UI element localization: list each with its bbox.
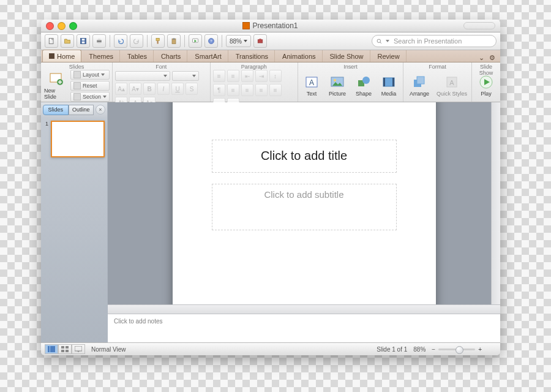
insert-text-button[interactable]: A Text (301, 71, 323, 100)
open-button[interactable] (61, 34, 74, 48)
chevron-down-icon (244, 40, 247, 42)
chevron-down-icon (163, 75, 167, 77)
align-center-button[interactable]: ≡ (241, 84, 253, 96)
section-button[interactable]: Section (70, 92, 110, 102)
close-panel-button[interactable]: × (96, 105, 105, 115)
tab-slideshow[interactable]: Slide Show (324, 50, 370, 62)
gear-icon[interactable]: ⚙ (489, 54, 495, 62)
strike-button[interactable]: S (186, 83, 198, 95)
print-button[interactable] (92, 34, 106, 48)
sorter-view-button[interactable] (58, 344, 72, 354)
sidebar-tab-outline[interactable]: Outline (69, 105, 94, 115)
clipboard-icon[interactable] (167, 34, 181, 48)
slide[interactable]: Click to add title Click to add subtitle (173, 102, 436, 314)
label: Shape (356, 91, 372, 97)
svg-rect-37 (66, 346, 69, 349)
svg-rect-0 (49, 39, 53, 44)
search-icon (376, 38, 383, 45)
slide-thumbnail[interactable] (51, 121, 105, 157)
tab-animations[interactable]: Animations (276, 50, 322, 62)
play-button[interactable]: Play (474, 71, 498, 100)
slide-counter: Slide 1 of 1 (377, 346, 407, 353)
align-left-button[interactable]: ≡ (227, 84, 239, 96)
indent-right-button[interactable]: ⇥ (255, 70, 268, 82)
separator (147, 35, 148, 47)
redo-button[interactable] (130, 34, 143, 48)
text-direction-button[interactable]: ¶ (213, 84, 225, 96)
bold-button[interactable]: B (143, 83, 156, 95)
svg-rect-36 (61, 346, 64, 349)
normal-view-button[interactable] (45, 344, 58, 354)
notes-pane[interactable]: Click to add notes (108, 314, 500, 342)
indent-left-button[interactable]: ⇤ (241, 70, 253, 82)
label: Play (481, 91, 492, 97)
grow-font-button[interactable]: A▴ (115, 83, 127, 95)
tab-label: Home (57, 53, 75, 60)
sidebar-tab-slides[interactable]: Slides (43, 105, 69, 115)
zoom-slider[interactable]: − + (432, 346, 482, 353)
label: Media (381, 91, 397, 97)
bullets-button[interactable]: ≡ (213, 70, 225, 82)
fit-to-window-icon[interactable] (488, 345, 497, 353)
align-right-button[interactable]: ≡ (255, 84, 268, 96)
font-family-select[interactable] (115, 71, 170, 81)
insert-picture-button[interactable]: Picture (324, 71, 350, 100)
tab-charts[interactable]: Charts (155, 50, 187, 62)
toolbox-icon[interactable] (253, 34, 267, 48)
label: Section (83, 94, 101, 100)
underline-button[interactable]: U (171, 83, 184, 95)
slide-canvas[interactable]: Click to add title Click to add subtitle (108, 102, 500, 314)
svg-rect-15 (260, 39, 261, 40)
ribbon-options-icon[interactable]: ⌄ (479, 54, 484, 62)
group-title: Insert (301, 64, 400, 71)
svg-point-25 (362, 77, 370, 84)
title-placeholder[interactable]: Click to add title (212, 140, 397, 173)
minimize-icon[interactable] (58, 22, 66, 30)
arrange-button[interactable]: Arrange (406, 71, 433, 100)
font-size-select[interactable] (172, 71, 199, 81)
tab-transitions[interactable]: Transitions (230, 50, 275, 62)
save-button[interactable] (77, 34, 90, 48)
label: Text (307, 91, 317, 97)
chevron-down-icon (103, 96, 107, 98)
reset-button[interactable]: Reset (70, 81, 110, 91)
slide-number-label: 1 (43, 121, 48, 157)
tab-tables[interactable]: Tables (121, 50, 154, 62)
close-icon[interactable] (46, 22, 54, 30)
vertical-scrollbar[interactable] (491, 102, 500, 314)
slideshow-play-button[interactable] (189, 34, 202, 48)
tab-smartart[interactable]: SmartArt (189, 50, 228, 62)
tab-review[interactable]: Review (372, 50, 407, 62)
format-painter-button[interactable] (151, 34, 165, 48)
new-doc-button[interactable] (45, 34, 58, 48)
subtitle-placeholder[interactable]: Click to add subtitle (212, 184, 397, 230)
svg-text:A: A (449, 79, 454, 86)
numbering-button[interactable]: ≡ (227, 70, 239, 82)
tab-themes[interactable]: Themes (83, 50, 120, 62)
zoom-in-icon[interactable]: + (478, 346, 482, 353)
layout-button[interactable]: Layout (70, 70, 110, 80)
shrink-font-button[interactable]: A▾ (129, 83, 141, 95)
horizontal-scrollbar[interactable] (108, 304, 500, 314)
zoom-select[interactable]: 88% (226, 35, 251, 47)
zoom-icon[interactable] (69, 22, 77, 30)
svg-text:A: A (309, 78, 314, 87)
help-button[interactable]: ? (204, 34, 218, 48)
line-spacing-button[interactable]: ↕ (269, 70, 282, 82)
chevron-down-icon (386, 40, 389, 42)
search-box[interactable] (372, 35, 497, 47)
italic-button[interactable]: I (157, 83, 170, 95)
justify-button[interactable]: ≡ (269, 84, 282, 96)
insert-shape-button[interactable]: Shape (352, 71, 375, 100)
ribbon-tabs: Home Themes Tables Charts SmartArt Trans… (41, 50, 500, 62)
search-input[interactable] (392, 37, 492, 45)
slideshow-view-button[interactable] (72, 344, 85, 354)
undo-button[interactable] (114, 34, 127, 48)
slide-thumbnail-row[interactable]: 1 (41, 117, 107, 161)
zoom-out-icon[interactable]: − (432, 346, 435, 353)
label: Arrange (410, 91, 429, 97)
insert-media-button[interactable]: Media (377, 71, 400, 100)
new-slide-button[interactable]: New Slide (43, 71, 69, 100)
tab-home[interactable]: Home (42, 50, 81, 62)
quick-styles-button[interactable]: A Quick Styles (435, 71, 469, 100)
